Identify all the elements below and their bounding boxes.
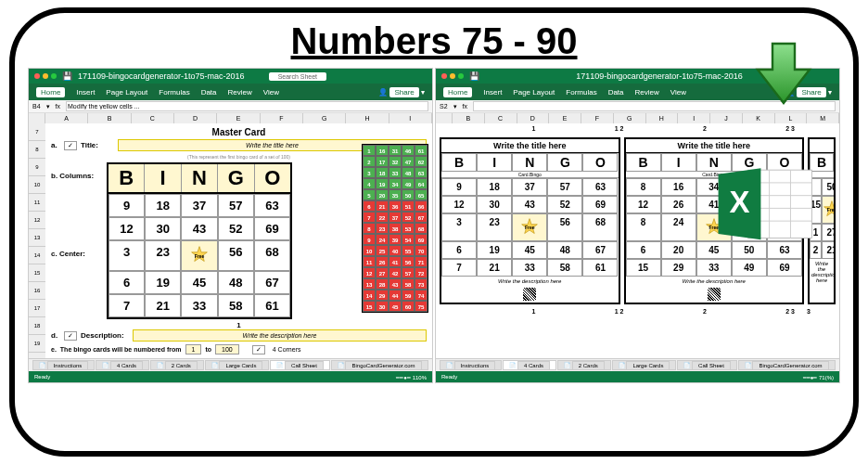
tab-formulas[interactable]: Formulas xyxy=(566,88,596,97)
formula-input[interactable] xyxy=(66,101,428,111)
title-label: Title: xyxy=(81,141,118,149)
tab-website[interactable]: 📄 BingoCardGenerator.com xyxy=(738,360,836,370)
tab-view[interactable]: View xyxy=(670,88,686,97)
sheet-tabs: 📄 Instructions 📄 4 Cards 📄 2 Cards 📄 Lar… xyxy=(436,358,839,371)
label-e: e. xyxy=(51,346,57,353)
column-headers: ABCDEFGHI xyxy=(29,113,432,123)
status-bar: Ready━━●━ 110% xyxy=(29,371,432,382)
close-icon[interactable] xyxy=(34,73,40,79)
save-icon[interactable]: 💾 xyxy=(469,71,479,81)
master-card-title: Master Card xyxy=(51,127,427,137)
sheet-tabs: 📄 Instructions 📄 4 Cards 📄 2 Cards 📄 Lar… xyxy=(29,358,432,371)
minimize-icon[interactable] xyxy=(43,73,48,79)
tab-large[interactable]: 📄 Large Cards xyxy=(205,360,270,370)
titlebar: 💾 171109-bingocardgenerator-1to75-mac-20… xyxy=(29,69,432,84)
columns-label: Columns: xyxy=(59,172,94,180)
label-a: a. xyxy=(51,141,64,149)
minimize-icon[interactable] xyxy=(450,73,455,79)
excel-window-left: 💾 171109-bingocardgenerator-1to75-mac-20… xyxy=(28,68,433,383)
title-checkbox[interactable]: ✓ xyxy=(64,141,77,150)
corners-checkbox[interactable]: ✓ xyxy=(252,345,265,354)
tab-2cards[interactable]: 📄 2 Cards xyxy=(557,360,611,370)
desc-label: Description: xyxy=(81,331,133,340)
tab-insert[interactable]: Insert xyxy=(76,88,95,97)
tab-4cards[interactable]: 📄 4 Cards xyxy=(503,360,556,370)
tab-page-layout[interactable]: Page Layout xyxy=(106,88,147,97)
tab-website[interactable]: 📄 BingoCardGenerator.com xyxy=(331,360,428,370)
tab-view[interactable]: View xyxy=(263,88,279,97)
card-number: 1 xyxy=(51,321,427,329)
label-d: d. xyxy=(51,331,64,340)
status-bar: Ready━━●━ 71(%) xyxy=(436,371,839,382)
ribbon: Home Insert Page Layout Formulas Data Re… xyxy=(29,84,432,100)
tab-instructions[interactable]: 📄 Instructions xyxy=(32,360,95,370)
maximize-icon[interactable] xyxy=(51,73,57,79)
tab-call-sheet[interactable]: 📄 Call Sheet xyxy=(270,360,329,370)
number-grid: 1163146612173247623183348634193449645203… xyxy=(362,144,428,313)
bingo-grid: 9183757631230435269323Free56686194548677… xyxy=(107,194,292,319)
cell-ref[interactable]: B4 xyxy=(32,103,41,110)
corners-label: 4 Corners xyxy=(273,346,301,353)
cell-ref[interactable]: S2 xyxy=(440,103,448,110)
share-button[interactable]: 👤 Share ▾ xyxy=(378,88,425,97)
tab-data[interactable]: Data xyxy=(608,88,624,97)
bingo-header: BINGO xyxy=(107,162,292,194)
desc-input[interactable]: Write the description here xyxy=(133,329,427,342)
page-title: Numbers 75 - 90 xyxy=(15,13,853,68)
to-input[interactable]: 100 xyxy=(215,344,239,354)
tab-call-sheet[interactable]: 📄 Call Sheet xyxy=(677,360,736,370)
download-arrow-icon[interactable] xyxy=(747,36,821,110)
save-icon[interactable]: 💾 xyxy=(62,71,72,81)
tab-data[interactable]: Data xyxy=(201,88,217,97)
formula-bar: B4▾fx xyxy=(29,100,432,113)
tab-review[interactable]: Review xyxy=(228,88,252,97)
qr-icon xyxy=(523,288,536,301)
from-input[interactable]: 1 xyxy=(185,344,202,354)
from-text: The bingo cards will be numbered from xyxy=(60,346,182,353)
qr-icon xyxy=(708,288,721,301)
close-icon[interactable] xyxy=(441,73,447,79)
tab-large[interactable]: 📄 Large Cards xyxy=(612,360,677,370)
tab-insert[interactable]: Insert xyxy=(483,88,502,97)
tab-formulas[interactable]: Formulas xyxy=(159,88,189,97)
tab-home[interactable]: Home xyxy=(443,87,472,97)
tab-4cards[interactable]: 📄 4 Cards xyxy=(96,360,149,370)
file-name: 171109-bingocardgenerator-1to75-mac-2016 xyxy=(576,71,743,81)
file-name: 171109-bingocardgenerator-1to75-mac-2016 xyxy=(78,71,245,81)
center-label: Center: xyxy=(59,250,85,258)
tab-2cards[interactable]: 📄 2 Cards xyxy=(150,360,204,370)
tab-home[interactable]: Home xyxy=(36,87,65,97)
row-headers: 78910111213141516171819 xyxy=(29,123,45,358)
tab-page-layout[interactable]: Page Layout xyxy=(513,88,555,97)
excel-icon: X xyxy=(714,161,816,245)
maximize-icon[interactable] xyxy=(458,73,464,79)
search-input[interactable]: Search Sheet xyxy=(269,72,326,81)
svg-text:X: X xyxy=(729,185,749,219)
column-headers: BCDEFGHIJKLM xyxy=(436,113,839,123)
bingo-card-1: Write the title here BINGO Card.Bingo 91… xyxy=(440,137,620,304)
tab-review[interactable]: Review xyxy=(635,88,659,97)
tab-instructions[interactable]: 📄 Instructions xyxy=(440,360,502,370)
desc-checkbox[interactable]: ✓ xyxy=(64,331,77,341)
